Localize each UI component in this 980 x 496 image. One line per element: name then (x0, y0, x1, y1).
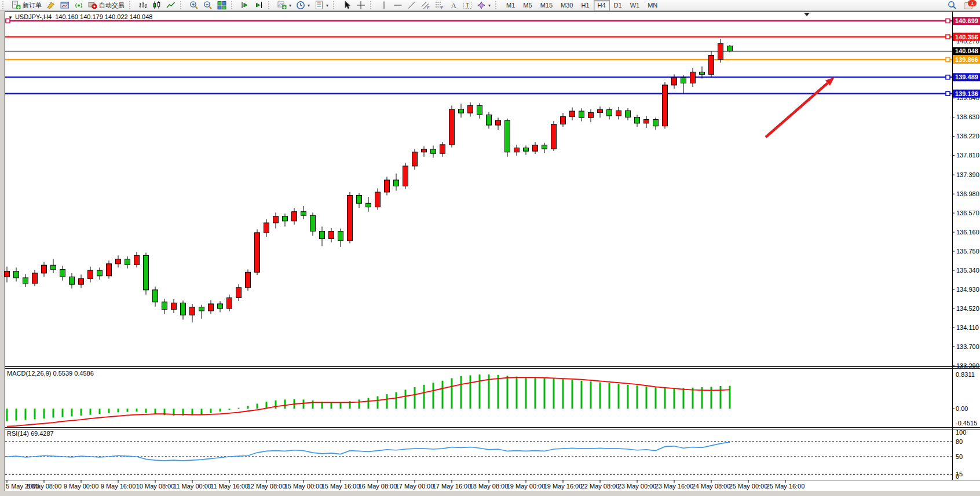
bull-candle (227, 298, 232, 309)
price-tick-label: 134.930 (956, 286, 979, 293)
bull-candle (616, 111, 621, 116)
time-axis-label: 24 May 08:00 (692, 483, 731, 490)
bear-candle (487, 115, 492, 125)
bear-candle (681, 78, 686, 83)
svg-text:140.048: 140.048 (955, 47, 978, 54)
line-handle[interactable] (946, 35, 950, 39)
time-axis-label: 19 May 00:00 (507, 483, 546, 490)
time-axis-label: 11 May 16:00 (210, 483, 248, 490)
time-axis-label: 9 May 00:00 (64, 483, 99, 490)
bear-candle (459, 109, 464, 113)
time-axis-label: 15 May 16:00 (321, 483, 360, 490)
price-tick-label: 133.290 (956, 362, 979, 369)
bull-candle (375, 192, 381, 207)
bull-candle (551, 124, 557, 149)
time-axis-label: 9 May 16:00 (101, 483, 136, 490)
bull-candle (88, 270, 93, 278)
bull-candle (533, 145, 538, 151)
svg-text:140.699: 140.699 (955, 17, 978, 24)
macd-indicator-label: MACD(12,26,9) 0.5539 0.4586 (7, 370, 94, 377)
bull-candle (403, 166, 408, 186)
bull-candle (273, 216, 279, 223)
bull-candle (672, 78, 677, 85)
chart-title-triangle-icon[interactable]: ▼ (8, 15, 13, 20)
time-axis-label: 17 May 00:00 (396, 483, 434, 490)
line-handle[interactable] (946, 58, 950, 62)
bull-candle (171, 303, 177, 309)
bear-candle (635, 117, 640, 123)
trading-terminal-window: 新订单自动交易▾▾▾EFAT▾M1M5M15M30H1H4D1W1MN1 140… (0, 0, 980, 496)
bull-candle (116, 259, 121, 264)
svg-text:139.866: 139.866 (955, 56, 978, 63)
bull-candle (134, 255, 140, 264)
line-handle[interactable] (946, 19, 950, 23)
bull-candle (292, 212, 297, 221)
bear-candle (579, 111, 584, 117)
bull-candle (570, 111, 575, 117)
bull-candle (385, 180, 390, 192)
line-handle[interactable] (946, 91, 950, 95)
time-axis-label: 23 May 16:00 (655, 483, 694, 490)
chart-window-background (5, 12, 980, 491)
macd-axis-max: 0.8311 (956, 371, 975, 378)
bear-candle (144, 255, 149, 290)
bull-candle (348, 196, 353, 241)
bull-candle (514, 148, 520, 152)
bull-candle (449, 109, 455, 145)
time-axis-label: 8 May 08:00 (27, 483, 62, 490)
rsi-axis-label: 0 (956, 473, 959, 480)
svg-text:140.356: 140.356 (955, 34, 978, 41)
bear-candle (23, 278, 28, 284)
bull-candle (663, 85, 668, 126)
bear-candle (338, 232, 343, 241)
bull-candle (32, 273, 38, 284)
bear-candle (524, 148, 529, 152)
bear-candle (14, 271, 19, 278)
bull-candle (468, 105, 473, 113)
bear-candle (626, 111, 631, 117)
bull-candle (329, 232, 334, 239)
bull-candle (42, 265, 47, 273)
bear-candle (199, 307, 204, 311)
bear-candle (505, 120, 510, 152)
bull-candle (412, 152, 418, 166)
bear-candle (301, 212, 306, 215)
bull-candle (690, 72, 696, 83)
time-axis-label: 12 May 08:00 (247, 483, 286, 490)
price-tick-label: 135.340 (956, 267, 979, 274)
bear-candle (310, 215, 316, 231)
chart-title: ▼USDJPY-,H4 140.160 140.179 140.022 140.… (8, 13, 152, 20)
line-handle[interactable] (946, 75, 950, 79)
macd-axis-min: -0.4515 (956, 420, 977, 427)
bull-candle (561, 117, 566, 124)
price-tick-label: 138.630 (956, 113, 979, 120)
bull-candle (5, 271, 10, 277)
bear-candle (607, 110, 612, 116)
time-axis-label: 16 May 08:00 (359, 483, 397, 490)
bull-candle (255, 233, 260, 272)
bear-candle (51, 265, 56, 269)
price-tick-label: 136.160 (956, 229, 979, 236)
time-axis-label: 25 May 00:00 (729, 483, 768, 490)
bull-candle (644, 119, 649, 123)
svg-text:139.136: 139.136 (955, 90, 978, 97)
price-tick-label: 134.110 (956, 324, 979, 331)
bear-candle (125, 259, 130, 265)
time-axis-label: 10 May 08:00 (136, 483, 175, 490)
bear-candle (357, 196, 362, 204)
bull-candle (496, 120, 501, 125)
bear-candle (700, 72, 705, 74)
price-tick-label: 137.390 (956, 171, 979, 178)
bear-candle (320, 232, 325, 239)
time-axis-label: 25 May 16:00 (766, 483, 805, 490)
bull-candle (264, 223, 269, 233)
price-tick-label: 136.980 (956, 190, 979, 197)
price-tick-label: 135.750 (956, 248, 979, 255)
time-axis-label: 19 May 16:00 (544, 483, 583, 490)
bear-candle (727, 46, 733, 51)
time-axis-label: 17 May 16:00 (433, 483, 471, 490)
bull-candle (718, 43, 723, 60)
chart-canvas[interactable]: 140.680140.270139.860139.450139.040138.6… (0, 0, 980, 496)
bear-candle (218, 304, 223, 308)
time-axis-label: 15 May 00:00 (284, 483, 323, 490)
